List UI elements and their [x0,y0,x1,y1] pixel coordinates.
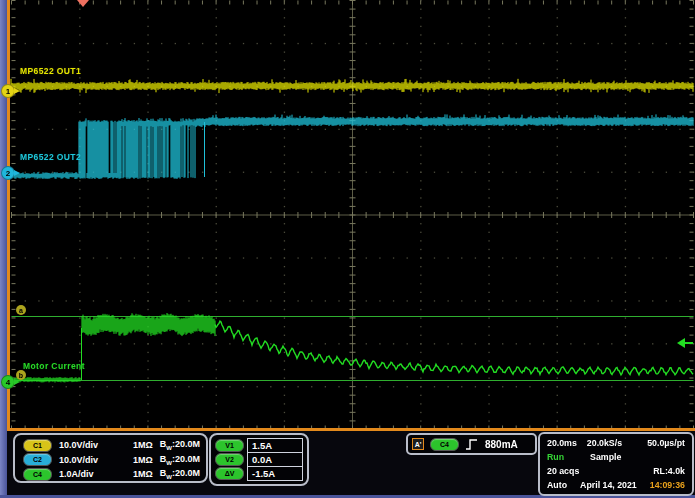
ch1-bw-value: :20.0M [172,439,200,449]
timebase-value[interactable]: 20.0ms [547,438,577,448]
ch2-bandwidth: BW:20.0M [160,454,200,466]
acquisition-count: 20 acqs [547,466,579,476]
trigger-level-value: 880mA [485,439,518,450]
trigger-source-badge[interactable]: C4 [430,438,459,451]
ch2-badge[interactable]: C2 [23,453,52,466]
sample-rate: 20.0kS/s [587,438,622,448]
ch2-ground-marker[interactable]: 2 [1,166,15,180]
trigger-a-badge: A' [412,438,424,450]
trigger-level-arrow-tail [684,342,693,344]
ch1-bandwidth: BW:20.0M [160,439,200,451]
status-row: Auto April 14, 2021 14:09:36 [547,480,685,490]
cursor-v1-value: 1.5A [248,439,302,453]
time-label: 14:09:36 [650,480,685,490]
ch4-ground-marker[interactable]: 4 [1,375,15,389]
ch1-ground-marker[interactable]: 1 [1,84,15,98]
run-state-row: Run Sample [547,452,685,462]
cursor-v2-badge[interactable]: V2 [215,453,244,466]
ch2-bw-value: :20.0M [172,454,200,464]
trigger-readout-panel[interactable]: A' C4 880mA [406,433,537,455]
ch1-impedance: 1MΩ [133,440,153,450]
ch2-impedance: 1MΩ [133,455,153,465]
cursor-dv-value: -1.5A [248,467,302,480]
acquisition-mode: Sample [590,452,621,462]
cursor-v1-badge[interactable]: V1 [215,439,244,452]
ch4-impedance: 1MΩ [133,469,153,479]
ch2-scale: 10.0V/div [59,455,114,465]
cursor-b-marker[interactable]: b [16,370,26,380]
record-length: RL:4.0k [653,466,685,476]
waveform-display [0,0,695,430]
run-state[interactable]: Run [547,452,564,462]
trigger-level-marker[interactable] [677,338,693,348]
graticule-border-bottom [7,428,695,431]
cursor-readout-panel: V1 V2 ΔV 1.5A 0.0A -1.5A [209,433,309,486]
ch4-bw-value: :20.0M [172,468,200,478]
cursor-a-marker[interactable]: a [16,305,26,315]
date-label: April 14, 2021 [580,480,637,490]
ch1-trace-label: MP6522 OUT1 [20,66,81,76]
channels-panel: C1 10.0V/div 1MΩ BW:20.0M C2 10.0V/div 1… [13,433,208,483]
acquisitions-row: 20 acqs RL:4.0k [547,466,685,476]
resolution: 50.0µs/pt [647,438,685,448]
rising-edge-icon [465,438,479,451]
window-border-left [0,0,7,498]
ch4-settings-row: C4 1.0A/div 1MΩ BW:20.0M [23,467,200,482]
ch1-badge[interactable]: C1 [23,439,52,452]
ch4-badge[interactable]: C4 [23,468,52,481]
ch2-settings-row: C2 10.0V/div 1MΩ BW:20.0M [23,453,200,468]
cursor-v2-value: 0.0A [248,453,302,467]
cursor-values: 1.5A 0.0A -1.5A [247,438,303,481]
cursor-dv-badge[interactable]: ΔV [215,467,244,480]
cursor-pills: V1 V2 ΔV [215,438,244,481]
acquisition-panel: 20.0ms 20.0kS/s 50.0µs/pt Run Sample 20 … [538,432,694,496]
ch1-scale: 10.0V/div [59,440,114,450]
ch2-trace-label: MP6522 OUT2 [20,152,81,162]
timebase-group: 20.0ms 20.0kS/s [547,438,622,448]
trigger-mode[interactable]: Auto [547,480,567,490]
trigger-position-marker[interactable] [77,0,89,7]
graticule-border-left [7,0,10,431]
timebase-row: 20.0ms 20.0kS/s 50.0µs/pt [547,438,685,448]
ch4-bandwidth: BW:20.0M [160,468,200,480]
ch4-scale: 1.0A/div [59,469,114,479]
ch4-trace-label: Motor Current [23,361,85,371]
ch1-settings-row: C1 10.0V/div 1MΩ BW:20.0M [23,438,200,453]
